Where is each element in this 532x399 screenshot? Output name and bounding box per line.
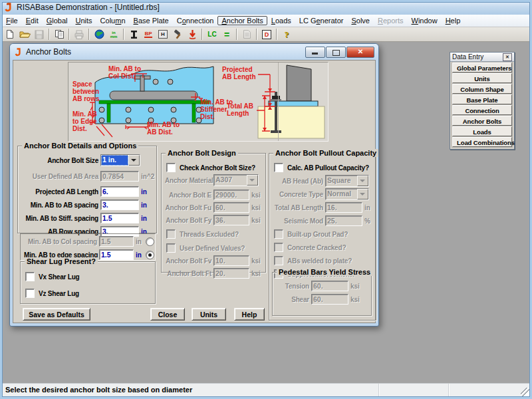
open-file-icon <box>19 30 31 39</box>
open-file-button[interactable] <box>17 28 32 41</box>
help-button[interactable]: Help <box>234 308 265 321</box>
menu-item-lc-generator[interactable]: LC Generator <box>295 16 348 25</box>
dialog-minimize-button[interactable] <box>305 47 325 58</box>
menu-item-help[interactable]: Help <box>442 16 465 25</box>
dialog-close-button[interactable]: ✕ <box>346 47 374 58</box>
details-group: Anchor Bolt Details and Options Anchor B… <box>17 146 157 233</box>
user-defined-values-checkbox <box>166 243 176 253</box>
menu-item-window[interactable]: Window <box>408 16 442 25</box>
vz-shear-lug-checkbox[interactable] <box>25 289 35 298</box>
globe-icon <box>94 29 104 39</box>
toolbar-separator <box>68 29 70 40</box>
concrete-cracked-label: Concrete Cracked? <box>287 244 346 251</box>
save-as-defaults-button[interactable]: Save as Defaults <box>23 308 90 321</box>
demo-button[interactable]: D <box>259 28 274 41</box>
shear-unit: ksi <box>350 296 360 303</box>
menu-item-reports[interactable]: Reports <box>374 16 408 25</box>
menu-item-anchor-bolts[interactable]: Anchor Bolts <box>217 16 267 25</box>
anchor-bolt-fy-input: 36. <box>213 215 249 225</box>
anchor-bolt-fu-input: 60. <box>213 202 249 213</box>
data-entry-button-units[interactable]: Units <box>452 73 512 83</box>
anchor-bolts-dialog: Anchor Bolts ✕ <box>9 43 379 327</box>
menu-item-global[interactable]: Global <box>43 16 72 25</box>
status-bar: Select the desired anchor bolt size base… <box>2 383 530 397</box>
check-anchor-bolt-size-checkbox[interactable] <box>166 163 176 172</box>
projected-ab-length-label: Projected AB Length <box>21 188 98 196</box>
min-ab-to-edge-spacing-radio[interactable] <box>146 251 154 259</box>
data-entry-button-connection[interactable]: Connection <box>452 105 512 115</box>
built-up-grout-pad-row: Built-up Grout Pad? <box>274 229 372 239</box>
dialog-maximize-button[interactable] <box>326 47 346 58</box>
anchor-bolt-size-select[interactable]: 1 in. <box>100 154 140 166</box>
anchor-bolt-fy-row: Anchor Bolt Fy36.ksi <box>165 215 262 225</box>
units-button[interactable]: Units <box>192 308 226 321</box>
space-between-ab-rows-label: Space between AB rows <box>72 80 100 102</box>
menu-item-edit[interactable]: Edit <box>22 16 43 25</box>
menu-item-column[interactable]: Column <box>96 16 130 25</box>
toolbar-separator <box>123 29 124 40</box>
vx-shear-lug-checkbox[interactable] <box>25 272 35 281</box>
combo-arrow-icon[interactable] <box>128 155 140 166</box>
min-ab-to-col-spacing-row: Min. AB to Col spacing1.5in <box>24 236 152 247</box>
base-plate-button[interactable]: BP <box>141 28 156 41</box>
calc-ab-pullout-capacity-checkbox[interactable] <box>274 163 283 172</box>
units-icon: inmm <box>110 31 118 39</box>
abs-welded-to-plate-checkbox <box>274 256 283 265</box>
menu-item-loads[interactable]: Loads <box>267 16 295 25</box>
data-entry-button-loads[interactable]: Loads <box>452 126 512 136</box>
details-group-title: Anchor Bolt Details and Options <box>22 142 138 150</box>
dialog-body: Min. AB to Col Dist.Space between AB row… <box>13 60 376 323</box>
anchor-bolt-button[interactable] <box>170 28 185 41</box>
report-button <box>239 28 254 41</box>
data-entry-button-column-shape[interactable]: Column Shape <box>452 84 512 94</box>
connection-icon: H <box>158 30 168 39</box>
menu-item-units[interactable]: Units <box>72 16 96 25</box>
calc-ab-pullout-capacity-row: Calc. AB Pullout Capacity? <box>274 162 372 173</box>
lc-generator-button[interactable]: LC <box>205 28 219 41</box>
design-group-title: Anchor Bolt Design <box>166 149 238 157</box>
copy-button[interactable] <box>52 28 66 41</box>
data-entry-button-anchor-bolts[interactable]: Anchor Bolts <box>452 116 512 126</box>
shear-lug-group-title: Shear Lug Present? <box>25 257 98 265</box>
anchor-bolt-e-label: Anchor Bolt E <box>165 192 211 199</box>
column-shape-button[interactable] <box>126 28 141 41</box>
data-entry-titlebar[interactable]: Data Entry ✕ <box>450 53 514 62</box>
globe-button[interactable] <box>92 28 106 41</box>
total-ab-length-label: Total AB Length <box>273 204 323 211</box>
min-ab-to-edge-spacing-input[interactable]: 1.5 <box>99 249 134 260</box>
loads-button[interactable] <box>185 28 200 41</box>
solve-icon: = <box>224 31 229 38</box>
window-titlebar[interactable]: RISABase Demonstration - [Untitled.rbs] <box>0 0 532 15</box>
loads-icon <box>188 29 197 39</box>
projected-ab-length-input[interactable]: 6. <box>100 186 139 197</box>
min-ab-to-stiff-spacing-input[interactable]: 1.5 <box>100 213 139 223</box>
anchor-bolt-fv-row: Anchor Bolt Fv10.ksi <box>165 255 262 266</box>
data-entry-button-global-parameters[interactable]: Global Parameters <box>452 63 512 72</box>
copy-icon <box>55 29 65 39</box>
anchor-bolt-fv-input: 10. <box>213 255 249 266</box>
data-entry-button-load-combinations[interactable]: Load Combinations <box>452 137 512 147</box>
base-plate-icon: BP <box>144 31 152 38</box>
pedestal-group-title: Pedestal Bars Yield Stress <box>277 268 372 276</box>
data-entry-close-icon[interactable]: ✕ <box>503 53 512 61</box>
ab-head-row: AB Head (Ab)Square <box>273 176 372 186</box>
connection-button[interactable]: H <box>156 28 170 41</box>
data-entry-button-base-plate[interactable]: Base Plate <box>452 94 512 104</box>
help-button[interactable]: ? <box>279 28 294 41</box>
menu-item-connection[interactable]: Connection <box>173 16 218 25</box>
min-ab-to-ab-spacing-input[interactable]: 3. <box>100 200 139 210</box>
vx-shear-lug-label: Vx Shear Lug <box>39 273 80 281</box>
min-ab-to-col-spacing-radio[interactable] <box>146 237 154 246</box>
menu-item-file[interactable]: File <box>2 16 22 25</box>
new-file-button[interactable] <box>3 28 17 41</box>
threads-excluded-row: Threads Excluded? <box>166 229 262 239</box>
status-message: Select the desired anchor bolt size base… <box>2 384 379 397</box>
min-ab-to-edge-dist-label: Min. AB to Edge Dist. <box>72 110 97 132</box>
solve-button[interactable]: = <box>219 28 234 41</box>
status-section-3 <box>449 384 530 397</box>
menu-item-base-plate[interactable]: Base Plate <box>130 16 173 25</box>
close-dialog-button[interactable]: Close <box>150 308 185 321</box>
menu-item-solve[interactable]: Solve <box>347 16 374 25</box>
resize-grip[interactable] <box>521 388 529 396</box>
units-button[interactable]: inmm <box>106 28 121 41</box>
